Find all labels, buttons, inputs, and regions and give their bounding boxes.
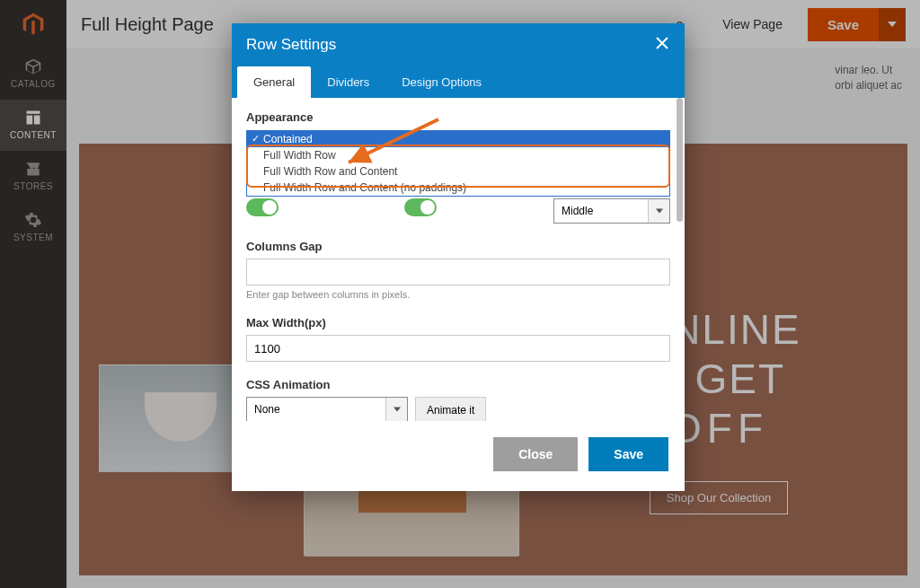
animation-label: CSS Animation <box>246 378 670 391</box>
appearance-dropdown[interactable]: Contained Full Width Row Full Width Row … <box>246 130 670 197</box>
vertical-align-value: Middle <box>562 205 593 217</box>
field-css-animation: CSS Animation None Animate it <box>246 378 670 421</box>
modal-close-button[interactable]: Close <box>493 437 578 471</box>
appearance-option-full-width-row-content[interactable]: Full Width Row and Content <box>247 163 669 180</box>
columns-gap-help: Enter gap between columns in pixels. <box>246 289 670 300</box>
modal-scrollbar[interactable] <box>677 98 683 222</box>
columns-gap-input[interactable] <box>246 259 670 285</box>
toggle-2[interactable] <box>404 198 437 216</box>
modal-title: Row Settings <box>246 36 336 54</box>
modal-save-button[interactable]: Save <box>588 437 668 471</box>
tab-dividers[interactable]: Dividers <box>311 66 385 98</box>
field-max-width: Max Width(px) <box>246 316 670 362</box>
toggle-1[interactable] <box>246 198 279 216</box>
animate-it-button[interactable]: Animate it <box>415 397 486 421</box>
chevron-down-icon <box>385 398 407 421</box>
appearance-label: Appearance <box>246 110 670 124</box>
row-toggles: Middle <box>246 198 670 224</box>
appearance-option-full-width-row-content-nopad[interactable]: Full Width Row and Content (no paddings) <box>247 180 669 196</box>
modal-body: Appearance Contained Full Width Row Full… <box>232 98 685 421</box>
field-appearance: Appearance Contained Full Width Row Full… <box>246 110 670 182</box>
field-columns-gap: Columns Gap Enter gap between columns in… <box>246 240 670 300</box>
row-settings-modal: Row Settings General Dividers Design Opt… <box>232 23 685 491</box>
appearance-option-full-width-row[interactable]: Full Width Row <box>247 147 669 163</box>
tab-design-options[interactable]: Design Options <box>385 66 498 98</box>
modal-header: Row Settings <box>232 23 685 66</box>
animation-select[interactable]: None <box>246 397 408 421</box>
columns-gap-label: Columns Gap <box>246 240 670 253</box>
appearance-option-contained[interactable]: Contained <box>247 131 669 147</box>
modal-close-icon[interactable] <box>654 35 670 55</box>
tab-general[interactable]: General <box>237 66 311 98</box>
modal-tabs: General Dividers Design Options <box>232 66 685 98</box>
max-width-input[interactable] <box>246 335 670 362</box>
modal-footer: Close Save <box>232 421 685 491</box>
chevron-down-icon <box>648 199 669 223</box>
animation-value: None <box>254 403 280 416</box>
vertical-align-select[interactable]: Middle <box>553 198 670 224</box>
max-width-label: Max Width(px) <box>246 316 670 329</box>
